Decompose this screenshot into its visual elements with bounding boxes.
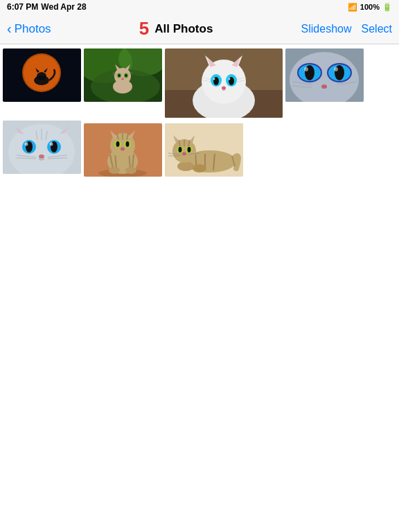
battery-icon: 🔋 <box>382 3 392 12</box>
photo-cat-grey-face[interactable] <box>3 121 81 174</box>
svg-point-88 <box>125 167 136 174</box>
svg-point-98 <box>121 148 125 151</box>
photo-count: 5 <box>139 18 149 39</box>
wifi-icon: 📶 <box>348 3 357 12</box>
photo-cat-moon[interactable] <box>3 48 81 102</box>
photo-cat-green[interactable] <box>84 48 162 102</box>
status-bar: 6:07 PM Wed Apr 28 📶 100% 🔋 <box>0 0 399 14</box>
svg-point-108 <box>177 161 194 171</box>
svg-point-117 <box>179 147 182 152</box>
svg-point-71 <box>50 143 53 146</box>
svg-point-70 <box>25 143 28 146</box>
back-label: Photos <box>15 22 51 36</box>
photo-cat-tabby-lying[interactable] <box>165 123 243 177</box>
date: Wed Apr 28 <box>41 2 86 12</box>
nav-bar: ‹ Photos 5 All Photos Slideshow Select <box>0 14 399 44</box>
photo-cat-tabby-sitting[interactable] <box>84 123 162 177</box>
svg-point-38 <box>213 78 215 80</box>
svg-point-119 <box>182 152 186 156</box>
svg-point-54 <box>304 67 308 71</box>
photo-grid <box>0 44 399 181</box>
svg-point-118 <box>188 147 191 152</box>
photo-cat-white[interactable] <box>165 48 283 118</box>
svg-point-55 <box>334 67 338 71</box>
svg-point-40 <box>222 87 226 90</box>
svg-point-97 <box>126 141 130 147</box>
svg-point-56 <box>321 85 327 89</box>
svg-point-29 <box>202 60 246 104</box>
time: 6:07 PM <box>7 2 38 12</box>
svg-point-4 <box>37 72 46 80</box>
svg-point-39 <box>229 78 231 80</box>
slideshow-button[interactable]: Slideshow <box>301 23 352 35</box>
svg-point-87 <box>109 167 120 174</box>
nav-actions: Slideshow Select <box>301 23 392 35</box>
battery-label: 100% <box>360 3 380 11</box>
nav-title: 5 All Photos <box>139 18 213 39</box>
back-chevron-icon: ‹ <box>7 21 12 35</box>
svg-point-19 <box>118 74 121 77</box>
photo-cat-grey-eyes[interactable] <box>285 48 364 102</box>
svg-point-109 <box>193 164 206 172</box>
album-title: All Photos <box>154 22 213 36</box>
svg-point-21 <box>121 78 124 80</box>
back-button[interactable]: ‹ Photos <box>7 22 51 36</box>
select-button[interactable]: Select <box>362 23 392 35</box>
svg-point-72 <box>39 154 44 159</box>
svg-point-20 <box>125 74 127 77</box>
svg-point-96 <box>116 141 120 147</box>
